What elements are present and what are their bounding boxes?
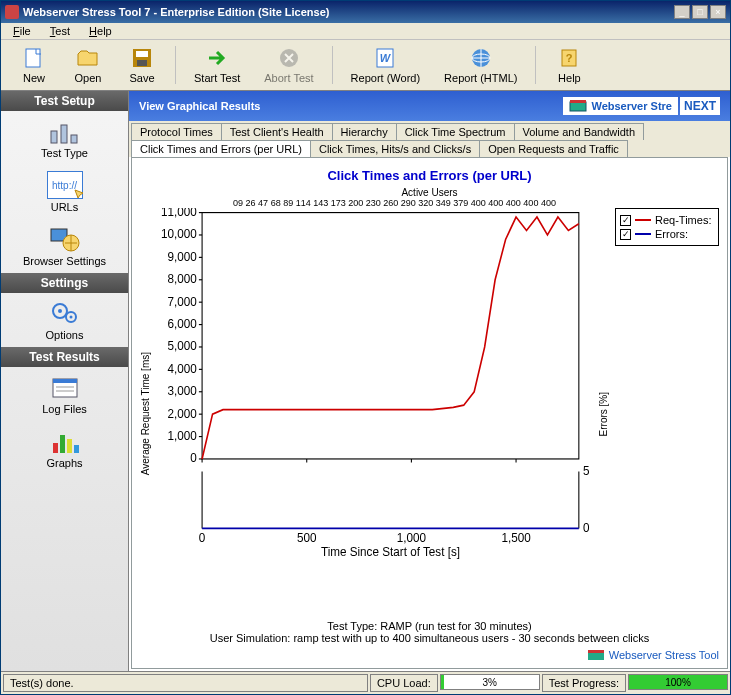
sidebar-head-results: Test Results (1, 347, 128, 367)
logfiles-icon (47, 373, 83, 401)
html-icon (469, 46, 493, 70)
sidebar-item-urls[interactable]: http://URLs (1, 165, 128, 219)
svg-text:9,000: 9,000 (167, 249, 196, 263)
svg-text:?: ? (566, 52, 573, 64)
svg-rect-29 (570, 100, 586, 103)
sidebar-item-graphs[interactable]: Graphs (1, 421, 128, 475)
banner: View Graphical Results Webserver Stre NE… (129, 91, 730, 121)
save-button[interactable]: Save (117, 44, 167, 86)
tab-protocol-times[interactable]: Protocol Times (131, 123, 222, 140)
tab-volume-bandwidth[interactable]: Volume and Bandwidth (514, 123, 645, 140)
svg-text:1,500: 1,500 (501, 531, 530, 545)
sidebar-item-options[interactable]: Options (1, 293, 128, 347)
banner-brand: Webserver Stre (563, 97, 678, 115)
y2-axis: Errors [%] (598, 208, 609, 620)
app-icon (5, 5, 19, 19)
svg-text:4,000: 4,000 (167, 361, 196, 375)
svg-rect-13 (71, 135, 77, 143)
menu-help[interactable]: Help (81, 23, 120, 39)
checkbox-icon[interactable]: ✓ (620, 229, 631, 240)
cpu-load-label: CPU Load: (370, 674, 438, 692)
svg-rect-27 (74, 445, 79, 453)
tab-click-times-errors[interactable]: Click Times and Errors (per URL) (131, 140, 311, 157)
maximize-button[interactable]: □ (692, 5, 708, 19)
svg-rect-25 (60, 435, 65, 453)
sidebar: Test Setup Test Type http://URLs Browser… (1, 91, 129, 671)
sidebar-head-settings: Settings (1, 273, 128, 293)
legend-errors[interactable]: ✓Errors: (620, 227, 714, 241)
new-button[interactable]: New (9, 44, 59, 86)
toolbar-separator (175, 46, 176, 84)
menu-test[interactable]: Test (42, 23, 78, 39)
svg-rect-3 (137, 60, 147, 66)
report-word-button[interactable]: WReport (Word) (341, 44, 430, 86)
tabs: Protocol Times Test Client's Health Hier… (129, 121, 730, 157)
tab-click-spectrum[interactable]: Click Time Spectrum (396, 123, 515, 140)
plot: 01,0002,0003,0004,0005,0006,0007,0008,00… (151, 208, 598, 620)
graphs-label: Graphs (46, 457, 82, 469)
reportw-label: Report (Word) (351, 72, 420, 84)
svg-rect-12 (61, 125, 67, 143)
main: View Graphical Results Webserver Stre NE… (129, 91, 730, 671)
svg-text:1,000: 1,000 (397, 531, 426, 545)
svg-rect-28 (570, 102, 586, 111)
svg-text:5,000: 5,000 (167, 339, 196, 353)
body: Test Setup Test Type http://URLs Browser… (1, 91, 730, 671)
sidebar-item-test-type[interactable]: Test Type (1, 111, 128, 165)
word-icon: W (373, 46, 397, 70)
svg-text:1,000: 1,000 (167, 429, 196, 443)
sidebar-item-log-files[interactable]: Log Files (1, 367, 128, 421)
close-button[interactable]: × (710, 5, 726, 19)
y-axis: Average Request Time [ms] (140, 208, 151, 620)
abort-test-button[interactable]: Abort Test (254, 44, 323, 86)
sidebar-item-browser[interactable]: Browser Settings (1, 219, 128, 273)
svg-text:2,000: 2,000 (167, 406, 196, 420)
window-title: Webserver Stress Tool 7 - Enterprise Edi… (23, 6, 674, 18)
y2-axis-label: Errors [%] (598, 392, 609, 436)
legend-box: ✓Req-Times: ✓Errors: (615, 208, 719, 246)
svg-rect-30 (202, 213, 579, 459)
start-label: Start Test (194, 72, 240, 84)
cpu-load-bar: 3% (440, 674, 540, 690)
tab-hierarchy[interactable]: Hierarchy (332, 123, 397, 140)
browser-icon (47, 225, 83, 253)
reporth-label: Report (HTML) (444, 72, 517, 84)
legend-req-times[interactable]: ✓Req-Times: (620, 213, 714, 227)
svg-rect-2 (136, 51, 148, 57)
banner-title: View Graphical Results (139, 100, 260, 112)
help-button[interactable]: ?Help (544, 44, 594, 86)
toolbar: New Open Save Start Test Abort Test WRep… (1, 40, 730, 91)
top-axis-label: Active Users (140, 187, 719, 198)
toolbar-separator (332, 46, 333, 84)
svg-text:W: W (380, 52, 392, 64)
svg-point-17 (58, 309, 62, 313)
help-icon: ? (557, 46, 581, 70)
test-type-label: Test Type (41, 147, 88, 159)
book-icon (569, 99, 587, 113)
save-icon (130, 46, 154, 70)
test-progress-bar: 100% (628, 674, 728, 690)
menu-file[interactable]: File (5, 23, 39, 39)
logfiles-label: Log Files (42, 403, 87, 415)
test-type-icon (47, 117, 83, 145)
y-axis-label: Average Request Time [ms] (140, 352, 151, 475)
new-icon (22, 46, 46, 70)
svg-text:5: 5 (583, 464, 590, 478)
tab-row-2: Click Times and Errors (per URL) Click T… (131, 140, 728, 157)
chart-title: Click Times and Errors (per URL) (140, 168, 719, 183)
tab-click-hits-clicks[interactable]: Click Times, Hits/s and Clicks/s (310, 140, 480, 157)
report-html-button[interactable]: Report (HTML) (434, 44, 527, 86)
checkbox-icon[interactable]: ✓ (620, 215, 631, 226)
open-button[interactable]: Open (63, 44, 113, 86)
tab-open-requests[interactable]: Open Requests and Traffic (479, 140, 628, 157)
next-button[interactable]: NEXT (680, 97, 720, 115)
menubar: File Test Help (1, 23, 730, 40)
urls-label: URLs (51, 201, 79, 213)
titlebar: Webserver Stress Tool 7 - Enterprise Edi… (1, 1, 730, 23)
save-label: Save (129, 72, 154, 84)
tab-client-health[interactable]: Test Client's Health (221, 123, 333, 140)
window-buttons: _ □ × (674, 5, 726, 19)
minimize-button[interactable]: _ (674, 5, 690, 19)
start-test-button[interactable]: Start Test (184, 44, 250, 86)
play-icon (205, 46, 229, 70)
